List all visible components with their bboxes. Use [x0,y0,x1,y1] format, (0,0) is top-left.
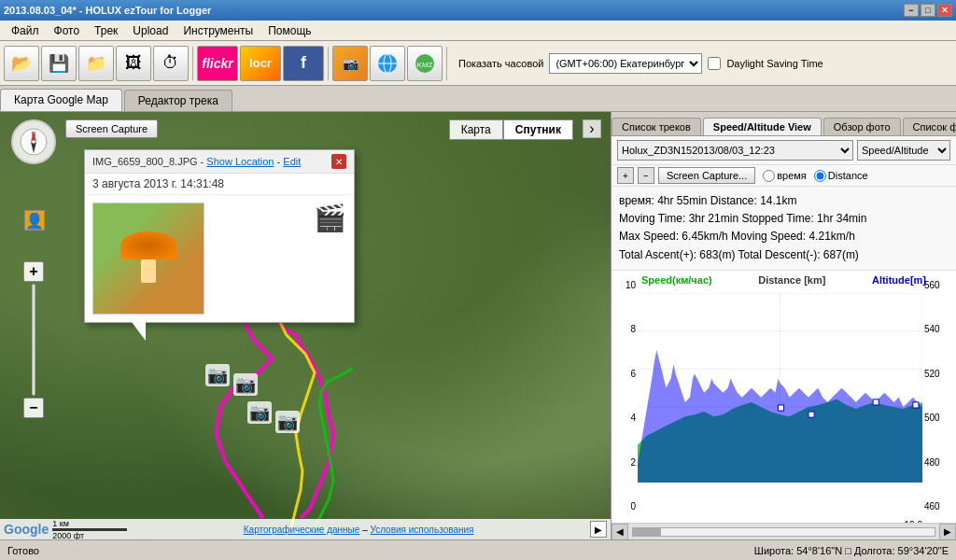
screen-capture-button[interactable]: Screen Capture [65,119,158,138]
popup-show-location-link[interactable]: Show Location [206,156,274,167]
y-right-500: 500 [924,413,940,423]
map-person-icon[interactable]: 👤 [24,210,45,231]
toolbar-image-button[interactable]: 🖼 [116,46,151,81]
svg-rect-22 [913,402,919,408]
chart-header: Speed(км/час) Distance [km] Altitude[m] [615,274,952,286]
popup-body: 🎬 [85,195,354,322]
terms-link[interactable]: Условия использования [370,525,473,535]
status-ready: Готово [7,545,39,556]
close-button[interactable]: ✕ [937,4,952,17]
popup-spacer: 🎬 [212,203,346,315]
right-panel-tabs: Список треков Speed/Altitude View Обзор … [612,112,956,136]
map-footer: Google 1 км 2000 фт Картографические дан… [0,519,611,539]
mushroom-cap [120,231,176,259]
scroll-thumb[interactable] [633,528,661,536]
stat-line-2: Moving Time: 3hr 21min Stopped Time: 1hr… [619,210,949,228]
capture-row: + − Screen Capture... время Distance [612,165,956,187]
minimize-button[interactable]: − [904,4,919,17]
attribution-link[interactable]: Картографические данные [244,525,360,535]
toolbar-separator-1 [192,47,193,80]
tab-track-editor[interactable]: Редактор трека [124,90,232,111]
toolbar-facebook-button[interactable]: f [283,46,324,81]
toolbar-flickr-button[interactable]: flickr [197,46,238,81]
toolbar-save-button[interactable]: 💾 [41,46,77,81]
map-tab-satellite[interactable]: Спутник [503,119,573,140]
chart-speed-label: Speed(км/час) [641,274,712,286]
toolbar-open-button[interactable]: 📂 [4,46,39,81]
status-bar: Готово Широта: 54°8'16"N □ Долгота: 59°3… [0,539,956,560]
popup-edit-link[interactable]: Edit [283,156,301,167]
tab-photo-overview[interactable]: Обзор фото [823,118,901,135]
stat-line-3: Max Speed: 6.45km/h Moving Speed: 4.21km… [619,228,949,245]
view-select[interactable]: Speed/Altitude [857,140,950,161]
track-select[interactable]: Holux_ZD3N152013/08/03_12:23 [617,140,853,161]
chart-svg-wrapper [638,293,922,511]
popup-close-button[interactable]: ✕ [331,154,346,169]
tab-speed-altitude[interactable]: Speed/Altitude View [703,118,822,135]
scroll-track[interactable] [632,527,935,537]
capture-screen-button[interactable]: Screen Capture... [658,167,755,184]
svg-rect-20 [873,399,879,405]
toolbar-map-button[interactable]: 📷 [332,46,368,81]
show-timezone-label: Показать часовой [458,58,543,69]
popup-tail [132,322,146,341]
radio-distance[interactable]: Distance [814,170,868,182]
window-controls: − □ ✕ [904,4,952,17]
map-attribution: Картографические данные – Условия исполь… [244,525,474,535]
main-tabs: Карта Google Map Редактор трека [0,86,956,112]
tab-google-map[interactable]: Карта Google Map [0,89,122,111]
scroll-left-button[interactable]: ◀ [612,524,628,540]
map-popup: IMG_6659_800_8.JPG - Show Location - Edi… [84,149,355,323]
map-compass[interactable]: N [11,119,56,164]
zoom-in-button[interactable]: + [617,167,634,184]
zoom-out-button[interactable]: − [638,167,654,184]
menu-photo[interactable]: Фото [47,22,88,39]
map-zoom-in-button[interactable]: + [23,261,44,282]
maximize-button[interactable]: □ [921,4,935,17]
map-scroll-right[interactable]: › [583,119,601,138]
toolbar-separator-3 [446,47,447,80]
popup-filename: IMG_6659_800_8.JPG - Show Location - Edi… [92,156,301,167]
y-right-480: 480 [924,457,940,468]
toolbar-folder-button[interactable]: 📁 [78,46,114,81]
map-view-tabs: Карта Спутник [449,119,573,140]
chart-y-left-labels: 10 8 6 4 2 0 [612,280,638,511]
right-panel: Список треков Speed/Altitude View Обзор … [611,112,956,539]
map-background[interactable]: N 👤 + − Screen Capture Карта Спутник › [0,112,611,539]
scroll-right-button[interactable]: ▶ [939,524,956,540]
menu-upload[interactable]: Upload [125,22,176,39]
camera-icon-4[interactable]: 📷 [205,364,230,386]
toolbar-globe2-button[interactable]: KMZ [407,46,443,81]
toolbar-clock-button[interactable]: ⏱ [153,46,189,81]
menu-bar: Файл Фото Трек Upload Инструменты Помощь [0,21,956,41]
svg-rect-21 [808,412,814,417]
tab-photo-list[interactable]: Список ф [903,118,956,135]
tab-track-list[interactable]: Список треков [612,118,701,135]
radio-time[interactable]: время [763,170,807,182]
menu-file[interactable]: Файл [4,22,47,39]
y-left-6: 6 [630,369,636,379]
main-area: N 👤 + − Screen Capture Карта Спутник › [0,112,956,539]
menu-track[interactable]: Трек [87,22,125,39]
stats-area: время: 4hr 55min Distance: 14.1km Moving… [612,187,956,271]
chart-altitude-label: Altitude[m] [872,274,926,286]
popup-date: 3 августа 2013 г. 14:31:48 [85,174,354,195]
toolbar-globe-button[interactable] [370,46,405,81]
menu-tools[interactable]: Инструменты [176,22,260,39]
track-selector-row: Holux_ZD3N152013/08/03_12:23 Speed/Altit… [612,136,956,165]
map-tab-map[interactable]: Карта [449,119,503,140]
y-right-560: 560 [924,280,940,290]
map-collapse-button[interactable]: ▶ [590,521,607,538]
popup-header: IMG_6659_800_8.JPG - Show Location - Edi… [85,150,354,174]
menu-help[interactable]: Помощь [260,22,318,39]
camera-icon-3[interactable]: 📷 [275,411,300,433]
camera-icon-2[interactable]: 📷 [247,401,272,424]
map-zoom-out-button[interactable]: − [23,398,44,418]
toolbar-separator-2 [328,47,329,80]
timezone-select[interactable]: (GMT+06:00) Екатеринбург [549,53,702,74]
mushroom-illustration [120,231,176,283]
dst-checkbox[interactable] [708,57,721,70]
timezone-bar: Показать часовой (GMT+06:00) Екатеринбур… [458,53,823,74]
camera-icon-1[interactable]: 📷 [233,373,258,396]
toolbar-locr-button[interactable]: locr [240,46,281,81]
